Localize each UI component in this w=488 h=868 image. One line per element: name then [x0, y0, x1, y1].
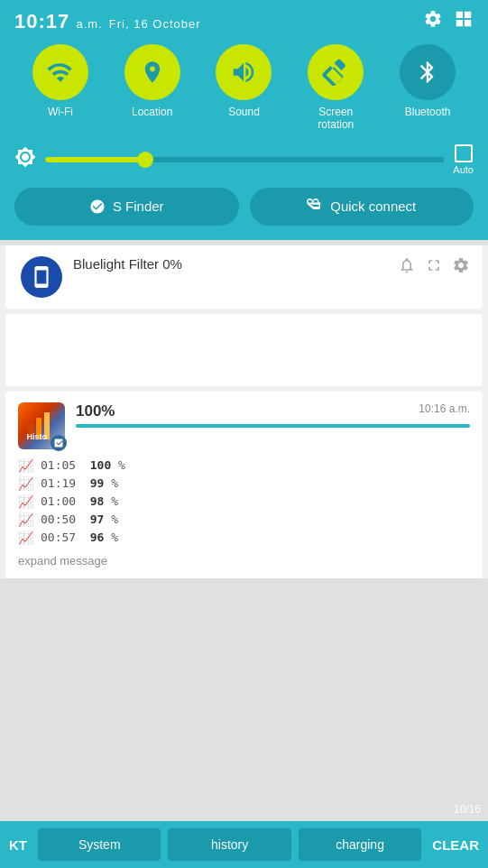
sound-label: Sound — [228, 106, 260, 118]
trend-icon-2: 📈 — [18, 494, 33, 509]
status-icons — [423, 9, 474, 33]
brightness-icon[interactable] — [14, 146, 36, 173]
trend-icon-0: 📈 — [18, 458, 33, 473]
bluelight-title: Bluelight Filter 0% — [73, 256, 387, 272]
bluelight-actions — [398, 256, 470, 279]
grid-icon[interactable] — [454, 9, 474, 33]
status-bar: 10:17 a.m. Fri, 16 October — [14, 9, 474, 33]
stats-badge — [51, 435, 67, 451]
toggle-wifi[interactable]: Wi-Fi — [32, 44, 88, 132]
bluelight-notification-card: Bluelight Filter 0% — [5, 245, 483, 309]
brightness-row: Auto — [14, 144, 474, 175]
stats-row-1: 📈 01:19 99 % — [18, 476, 470, 491]
quick-connect-label: Quick connect — [330, 199, 416, 214]
brightness-track — [45, 157, 145, 162]
stats-row-text-4: 00:57 96 % — [41, 531, 118, 544]
stats-icon-wrap: Histo — [18, 402, 65, 449]
kt-label: KT — [9, 837, 27, 853]
location-circle — [124, 44, 180, 100]
toggle-grid: Wi-Fi Location Sound — [14, 44, 474, 132]
system-button[interactable]: System — [38, 828, 161, 861]
clear-button[interactable]: CLEAR — [432, 837, 479, 853]
notification-area: Bluelight Filter 0% — [0, 245, 488, 578]
toggle-bluetooth[interactable]: Bluetooth — [400, 44, 456, 132]
wifi-label: Wi-Fi — [48, 106, 73, 118]
toggle-screen-rotation[interactable]: Screen rotation — [308, 44, 364, 132]
stats-row-text-2: 01:00 98 % — [41, 494, 118, 508]
stats-percent-title: 100% — [76, 402, 115, 420]
date-display: Fri, 16 October — [109, 17, 201, 31]
s-finder-button[interactable]: S Finder — [14, 188, 239, 226]
bluetooth-label: Bluetooth — [405, 106, 451, 118]
expand-button[interactable] — [425, 256, 443, 279]
wifi-circle — [32, 44, 88, 100]
screen-rotation-circle — [308, 44, 364, 100]
status-time: 10:17 a.m. Fri, 16 October — [14, 10, 201, 33]
trend-icon-3: 📈 — [18, 512, 33, 527]
svg-text:Histo: Histo — [27, 432, 48, 441]
s-finder-label: S Finder — [113, 199, 164, 214]
stats-row-text-3: 00:50 97 % — [41, 512, 118, 526]
bluelight-header: Bluelight Filter 0% — [21, 256, 470, 298]
trend-icon-4: 📈 — [18, 531, 33, 545]
ampm-display: a.m. — [76, 17, 102, 31]
trend-icon-1: 📈 — [18, 476, 33, 491]
alarm-off-button[interactable] — [398, 256, 416, 279]
brightness-slider[interactable] — [45, 157, 444, 162]
bluelight-body: Bluelight Filter 0% — [73, 256, 387, 275]
stats-header: Histo 100% 10:16 a.m. — [18, 402, 470, 449]
settings-button[interactable] — [452, 256, 470, 279]
history-button[interactable]: history — [168, 828, 290, 861]
empty-notification-card — [5, 314, 483, 386]
stats-timestamp: 10:16 a.m. — [419, 402, 470, 415]
stats-progress-bar — [76, 424, 470, 428]
toggle-location[interactable]: Location — [124, 44, 180, 132]
screen-rotation-label: Screen rotation — [318, 106, 354, 132]
auto-label-text: Auto — [453, 164, 474, 175]
stats-row-text-0: 01:05 100 % — [41, 458, 125, 472]
toggle-sound[interactable]: Sound — [216, 44, 272, 132]
stats-row-2: 📈 01:00 98 % — [18, 494, 470, 509]
stats-row-3: 📈 00:50 97 % — [18, 512, 470, 527]
bluelight-app-icon[interactable] — [21, 256, 62, 298]
stats-main: 100% 10:16 a.m. — [76, 402, 470, 435]
stats-title-row: 100% 10:16 a.m. — [76, 402, 470, 420]
auto-checkbox — [455, 144, 473, 162]
stats-rows: 📈 01:05 100 % 📈 01:19 99 % 📈 01:00 98 % — [18, 458, 470, 545]
quick-connect-button[interactable]: Quick connect — [250, 188, 474, 226]
brightness-thumb — [137, 152, 153, 168]
bottom-bar: KT System history charging CLEAR — [0, 821, 488, 868]
time-display: 10:17 — [14, 10, 69, 32]
location-label: Location — [132, 106, 172, 118]
stats-row-0: 📈 01:05 100 % — [18, 458, 470, 473]
bluetooth-circle — [400, 44, 456, 100]
stats-row-4: 📈 00:57 96 % — [18, 531, 470, 545]
quick-buttons: S Finder Quick connect — [14, 188, 474, 226]
charging-button[interactable]: charging — [299, 828, 421, 861]
bottom-status-text: 10/16 — [454, 803, 481, 816]
stats-notification-card: Histo 100% 10:16 a.m. — [5, 392, 483, 578]
stats-row-text-1: 01:19 99 % — [41, 476, 118, 490]
expand-message[interactable]: expand message — [18, 554, 470, 568]
settings-icon[interactable] — [423, 9, 443, 33]
quick-settings-panel: 10:17 a.m. Fri, 16 October — [0, 0, 488, 240]
auto-brightness[interactable]: Auto — [453, 144, 474, 175]
stats-progress-fill — [76, 424, 470, 428]
sound-circle — [216, 44, 272, 100]
